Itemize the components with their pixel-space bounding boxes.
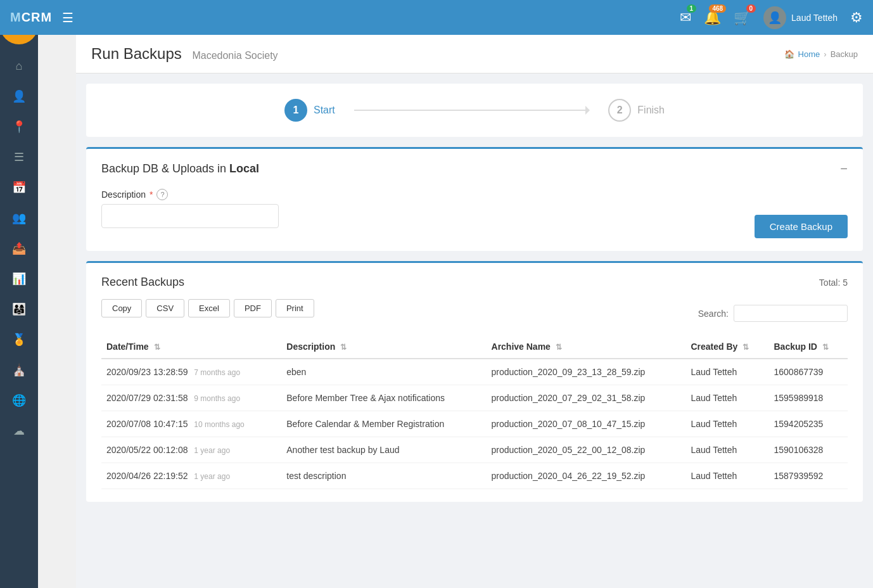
table-row: 2020/07/08 10:47:15 10 months ago Before… xyxy=(101,411,848,437)
cell-archive: production_2020_04_26_22_19_52.zip xyxy=(487,463,686,489)
cell-backup-id: 1595989918 xyxy=(768,385,848,411)
sort-description-icon[interactable]: ⇅ xyxy=(340,343,347,352)
required-star: * xyxy=(150,189,153,200)
stepper-container: 1 Start 2 Finish xyxy=(86,84,863,137)
search-input[interactable] xyxy=(734,305,848,322)
excel-button[interactable]: Excel xyxy=(188,299,230,317)
description-input[interactable] xyxy=(101,204,279,228)
print-button[interactable]: Print xyxy=(276,299,314,317)
help-icon[interactable]: ? xyxy=(156,189,168,200)
create-backup-button[interactable]: Create Backup xyxy=(755,215,848,238)
backup-form-card: Backup DB & Uploads in Local − Descripti… xyxy=(86,147,863,251)
sidebar-item-calendar[interactable]: 📅 xyxy=(6,175,32,200)
cell-description: Before Member Tree & Ajax notifications xyxy=(281,385,486,411)
card-title: Backup DB & Uploads in Local − xyxy=(101,162,848,176)
col-description: Description ⇅ xyxy=(281,335,486,359)
table-row: 2020/04/26 22:19:52 1 year ago test desc… xyxy=(101,463,848,489)
sidebar-item-reports[interactable]: 📊 xyxy=(6,266,32,291)
step-2-circle: 2 xyxy=(608,99,631,122)
step-1-label: Start xyxy=(314,105,335,116)
cell-archive: production_2020_05_22_00_12_08.zip xyxy=(487,437,686,463)
user-menu[interactable]: 👤 Laud Tetteh xyxy=(763,6,838,29)
time-ago: 9 months ago xyxy=(194,394,240,403)
cell-description: Before Calendar & Member Registration xyxy=(281,411,486,437)
form-row: Description * ? Create Backup xyxy=(101,189,848,238)
table-header-row: Date/Time ⇅ Description ⇅ Archive Name ⇅… xyxy=(101,335,848,359)
cell-backup-id: 1600867739 xyxy=(768,359,848,385)
page-title-area: Run Backups Macedonia Society xyxy=(91,45,278,63)
csv-button[interactable]: CSV xyxy=(146,299,184,317)
bell-badge: 468 xyxy=(709,4,726,13)
step-1-circle: 1 xyxy=(284,99,307,122)
cell-created-by: Laud Tetteh xyxy=(685,385,768,411)
mail-badge: 1 xyxy=(687,4,697,13)
breadcrumb-separator: › xyxy=(824,49,826,59)
hamburger-icon[interactable]: ☰ xyxy=(62,10,73,25)
backups-table-container: Date/Time ⇅ Description ⇅ Archive Name ⇅… xyxy=(101,335,848,489)
cell-datetime: 2020/04/26 22:19:52 1 year ago xyxy=(101,463,281,489)
form-fields: Description * ? xyxy=(101,189,279,238)
cell-archive: production_2020_07_08_10_47_15.zip xyxy=(487,411,686,437)
step-arrow xyxy=(354,110,590,111)
sort-id-icon[interactable]: ⇅ xyxy=(822,343,829,352)
cell-backup-id: 1594205235 xyxy=(768,411,848,437)
step-2: 2 Finish xyxy=(608,99,665,122)
cell-datetime: 2020/07/08 10:47:15 10 months ago xyxy=(101,411,281,437)
cell-datetime: 2020/07/29 02:31:58 9 months ago xyxy=(101,385,281,411)
org-name: Macedonia Society xyxy=(192,50,277,61)
table-row: 2020/09/23 13:28:59 7 months ago eben pr… xyxy=(101,359,848,385)
step-1: 1 Start xyxy=(284,99,335,122)
sidebar: M ⌂ 👤 📍 ☰ 📅 👥 📤 📊 👨‍👩‍👧 🏅 ⛪ 🌐 ☁ xyxy=(0,0,38,588)
total-label: Total: 5 xyxy=(819,278,848,288)
recent-backups-card: Recent Backups Total: 5 Copy CSV Excel P… xyxy=(86,261,863,502)
time-ago: 1 year ago xyxy=(194,446,230,455)
cell-description: eben xyxy=(281,359,486,385)
cell-created-by: Laud Tetteh xyxy=(685,411,768,437)
sidebar-item-badge[interactable]: 🏅 xyxy=(6,327,32,352)
description-group: Description * ? xyxy=(101,189,279,228)
cart-nav-item[interactable]: 🛒 0 xyxy=(734,10,751,26)
table-row: 2020/05/22 00:12:08 1 year ago Another t… xyxy=(101,437,848,463)
settings-icon[interactable]: ⚙ xyxy=(850,10,863,26)
sidebar-item-members[interactable]: 👨‍👩‍👧 xyxy=(6,297,32,322)
sidebar-item-home[interactable]: ⌂ xyxy=(6,53,32,79)
pdf-button[interactable]: PDF xyxy=(234,299,272,317)
step-2-label: Finish xyxy=(637,105,665,116)
copy-button[interactable]: Copy xyxy=(101,299,142,317)
col-backup-id: Backup ID ⇅ xyxy=(768,335,848,359)
sidebar-item-user[interactable]: 👤 xyxy=(6,84,32,109)
breadcrumb-home-icon: 🏠 xyxy=(784,49,794,59)
cell-archive: production_2020_09_23_13_28_59.zip xyxy=(487,359,686,385)
breadcrumb: 🏠 Home › Backup xyxy=(784,49,858,59)
recent-backups-title: Recent Backups xyxy=(101,276,184,289)
sort-archive-icon[interactable]: ⇅ xyxy=(556,343,562,352)
backups-table: Date/Time ⇅ Description ⇅ Archive Name ⇅… xyxy=(101,335,848,489)
main-content: Run Backups Macedonia Society 🏠 Home › B… xyxy=(76,35,873,588)
sort-created-icon[interactable]: ⇅ xyxy=(742,343,749,352)
sidebar-item-cloud[interactable]: ☁ xyxy=(6,418,32,444)
app-logo: MCRM xyxy=(10,10,52,25)
sidebar-item-location[interactable]: 📍 xyxy=(6,114,32,139)
page-title: Run Backups Macedonia Society xyxy=(91,45,278,62)
minimize-button[interactable]: − xyxy=(840,162,848,176)
sidebar-item-network[interactable]: 🌐 xyxy=(6,388,32,413)
sidebar-item-groups[interactable]: 👥 xyxy=(6,205,32,231)
export-buttons: Copy CSV Excel PDF Print xyxy=(101,299,314,317)
time-ago: 7 months ago xyxy=(194,368,240,377)
cell-created-by: Laud Tetteh xyxy=(685,359,768,385)
cell-datetime: 2020/09/23 13:28:59 7 months ago xyxy=(101,359,281,385)
mail-nav-item[interactable]: ✉ 1 xyxy=(680,10,691,26)
notifications-nav-item[interactable]: 🔔 468 xyxy=(704,10,721,26)
cell-archive: production_2020_07_29_02_31_58.zip xyxy=(487,385,686,411)
export-search-row: Copy CSV Excel PDF Print Search: xyxy=(101,299,848,328)
sort-datetime-icon[interactable]: ⇅ xyxy=(154,343,160,352)
table-row: 2020/07/29 02:31:58 9 months ago Before … xyxy=(101,385,848,411)
time-ago: 10 months ago xyxy=(194,420,244,429)
top-navigation: MCRM ☰ ✉ 1 🔔 468 🛒 0 👤 Laud Tetteh ⚙ xyxy=(0,0,873,35)
col-archive: Archive Name ⇅ xyxy=(487,335,686,359)
breadcrumb-home-link[interactable]: Home xyxy=(798,49,820,59)
sidebar-item-list[interactable]: ☰ xyxy=(6,144,32,170)
sidebar-item-upload[interactable]: 📤 xyxy=(6,236,32,261)
col-created-by: Created By ⇅ xyxy=(685,335,768,359)
sidebar-item-church[interactable]: ⛪ xyxy=(6,357,32,383)
